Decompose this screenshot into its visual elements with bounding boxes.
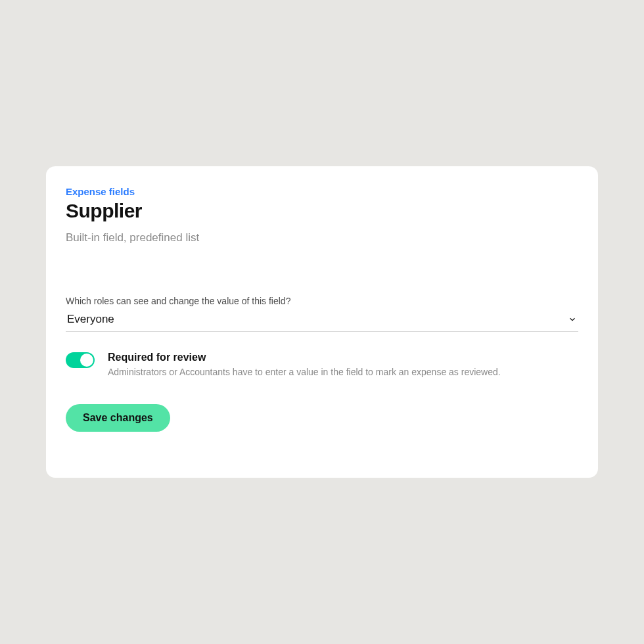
settings-card: Expense fields Supplier Built-in field, … [46, 166, 598, 478]
field-type-subtitle: Built-in field, predefined list [66, 231, 578, 244]
required-toggle-title: Required for review [108, 352, 501, 363]
required-toggle[interactable] [66, 352, 95, 368]
required-toggle-description: Administrators or Accountants have to en… [108, 366, 501, 378]
roles-select-value: Everyone [67, 313, 114, 326]
save-button[interactable]: Save changes [66, 404, 170, 432]
required-toggle-block: Required for review Administrators or Ac… [66, 352, 578, 378]
chevron-down-icon [568, 315, 577, 324]
required-toggle-text: Required for review Administrators or Ac… [108, 352, 501, 378]
roles-select[interactable]: Everyone [66, 310, 578, 332]
roles-field-label: Which roles can see and change the value… [66, 296, 578, 306]
page-title: Supplier [66, 200, 578, 222]
breadcrumb-expense-fields[interactable]: Expense fields [66, 186, 135, 197]
spacer [66, 244, 578, 296]
